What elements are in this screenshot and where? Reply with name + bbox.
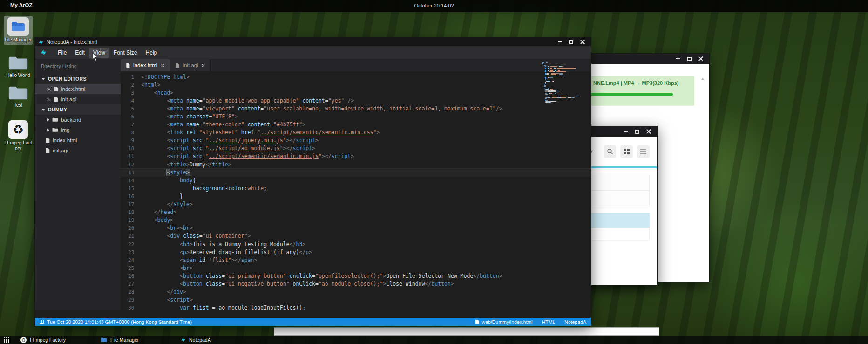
section-open-editors[interactable]: OPEN EDITORS (35, 74, 121, 84)
code-line: 10 <script src="../script/ao_module.js">… (121, 144, 591, 152)
taskbar-item-notepada[interactable]: NotepadA (181, 337, 254, 343)
taskbar-item-file-manager[interactable]: File Manager (101, 337, 174, 343)
close-icon[interactable] (646, 129, 651, 134)
code-line: 23 <p>Received drag-in filelist (if any)… (121, 248, 591, 256)
menu-help[interactable]: Help (142, 48, 162, 58)
tab-index-html[interactable]: index.html (121, 59, 170, 71)
status-bar: Tue Oct 20 2020 14:01:43 GMT+0800 (Hong … (35, 318, 591, 326)
code-line: 5 <meta name="viewport" content="user-sc… (121, 104, 591, 112)
maximize-icon[interactable] (569, 40, 573, 44)
code-area[interactable]: 1<!DOCTYPE html>2<html>3 <head>4 <meta n… (121, 71, 591, 310)
code-line: 4 <meta name="apple-mobile-web-app-capab… (121, 96, 591, 104)
code-line: 21 <div class="ui container"> (121, 232, 591, 240)
desktop-icons: File Manager Hello World Test ♻ FFmpeg F… (4, 16, 34, 151)
menu-edit[interactable]: Edit (71, 48, 89, 58)
code-line: 25 <br> (121, 264, 591, 272)
code-line: 29 <script> (121, 296, 591, 304)
code-line: 3 <head> (121, 89, 591, 96)
recycle-arrows-icon: ♻ (20, 337, 27, 343)
status-file-path: web/Dummy/index.html (482, 319, 533, 325)
code-line: 30 var flist = ao_module_loadInputFiles(… (121, 304, 591, 310)
search-button[interactable] (604, 145, 616, 158)
editor[interactable]: index.html init.agi 1<!DOCTYPE html>2<ht… (121, 59, 591, 310)
minimize-icon[interactable] (676, 58, 680, 59)
tree-file-init[interactable]: init.agi (35, 145, 121, 156)
chevron-down-icon (41, 78, 45, 80)
code-line: 28 </div> (121, 288, 591, 296)
aroz-brand[interactable]: My ArOZ (10, 2, 33, 8)
code-line: 9 <script src="../script/jquery.min.js">… (121, 137, 591, 144)
recycle-arrows-icon: ♻ (8, 120, 28, 139)
code-line: 8 <link rel="stylesheet" href="../script… (121, 129, 591, 137)
desktop-icon-hello-world[interactable]: Hello World (4, 56, 33, 78)
status-app-name: NotepadA (564, 319, 586, 325)
notepad-window[interactable]: NotepadA - index.html File Edit View Fon… (34, 37, 591, 326)
section-project-dummy[interactable]: DUMMY (35, 104, 121, 115)
window-title: NotepadA - index.html (47, 39, 97, 45)
menu-file[interactable]: File (54, 48, 71, 58)
tree-folder-backend[interactable]: backend (35, 115, 121, 125)
close-icon[interactable] (580, 40, 585, 44)
code-line: 17 </style> (121, 200, 591, 208)
close-file-icon[interactable] (47, 97, 51, 101)
close-tab-icon[interactable] (202, 63, 205, 67)
close-tab-icon[interactable] (161, 63, 164, 67)
notepada-logo-icon (40, 48, 47, 56)
close-file-icon[interactable] (47, 87, 51, 91)
file-icon (54, 96, 58, 102)
file-icon (126, 63, 130, 68)
menu-font-size[interactable]: Font Size (109, 48, 142, 58)
code-line: 11 <script src="../script/semantic/seman… (121, 152, 591, 160)
code-line: 14 body{ (121, 176, 591, 184)
code-line: 24 <span id="flist"></span> (121, 256, 591, 264)
app-launcher-icon[interactable] (4, 337, 9, 343)
tab-init-agi[interactable]: init.agi (170, 59, 210, 71)
close-icon[interactable] (698, 56, 703, 61)
notepada-logo-icon (38, 39, 44, 45)
maximize-icon[interactable] (687, 57, 692, 61)
file-icon (54, 86, 58, 92)
code-line: 16 } (121, 192, 591, 200)
chevron-down-icon (41, 109, 45, 111)
blue-folder-icon (101, 337, 107, 343)
minimap[interactable] (542, 62, 584, 103)
taskbar-item-ffmpeg-factory[interactable]: ♻ FFmpeg Factory (20, 337, 94, 343)
status-language: HTML (542, 319, 556, 325)
folder-icon (8, 86, 28, 101)
desktop-icon-test[interactable]: Test (4, 86, 33, 108)
desktop-icon-ffmpeg-factory[interactable]: ♻ FFmpeg Factory (4, 120, 33, 151)
code-line: 20 <br><br> (121, 224, 591, 232)
grid-view-button[interactable] (620, 145, 633, 158)
calendar-icon (40, 320, 44, 324)
search-icon (607, 148, 613, 155)
grid-icon (624, 149, 630, 154)
tree-folder-img[interactable]: img (35, 125, 121, 135)
desktop-icon-file-manager[interactable]: File Manager (4, 16, 33, 45)
list-icon (640, 149, 646, 154)
minimize-icon[interactable] (558, 41, 562, 42)
status-datetime: Tue Oct 20 2020 14:01:43 GMT+0800 (Hong … (47, 319, 192, 325)
notepad-titlebar[interactable]: NotepadA - index.html (35, 38, 591, 46)
code-line: 22 <h3>This is a Dummy Testing Module</h… (121, 240, 591, 248)
chevron-right-icon (47, 118, 49, 122)
notepada-logo-icon (181, 337, 186, 343)
file-icon (45, 138, 50, 143)
list-view-button[interactable] (637, 145, 650, 158)
minimize-icon[interactable] (624, 131, 628, 132)
folder-icon (52, 128, 58, 132)
code-line: 2<html> (121, 81, 591, 89)
open-editor-item[interactable]: init.agi (35, 94, 121, 104)
maximize-icon[interactable] (635, 130, 639, 134)
sidebar-header: Directory Listing (35, 59, 121, 74)
code-line: 26 <button class="ui primary button" onc… (121, 272, 591, 280)
code-line: 15 background-color:white; (121, 184, 591, 192)
sidebar: Directory Listing OPEN EDITORS index.htm… (35, 59, 121, 310)
scroll-up-icon[interactable] (701, 78, 705, 80)
file-icon (475, 320, 479, 324)
code-line: 12 <title>Dummy</title> (121, 160, 591, 168)
tree-file-index[interactable]: index.html (35, 135, 121, 145)
chevron-right-icon (47, 128, 49, 132)
blue-folder-icon (11, 21, 25, 32)
code-line: 6 <meta charset="UTF-8"> (121, 112, 591, 120)
open-editor-item[interactable]: index.html (35, 84, 121, 94)
